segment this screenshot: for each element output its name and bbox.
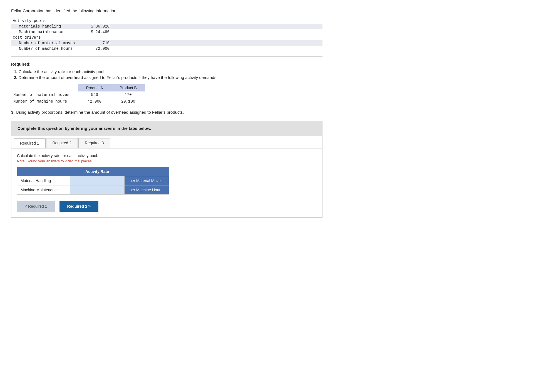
- machine-maintenance-label: Machine Maintenance: [17, 185, 70, 195]
- intro-text: Fellar Corporation has identified the fo…: [11, 8, 322, 13]
- machine-maintenance-row: Machine maintenance $ 24,480: [11, 29, 322, 35]
- step-3: 3. Using activity proportions, determine…: [11, 110, 322, 115]
- prev-button[interactable]: < Required 1: [17, 201, 55, 212]
- machine-maintenance-per: per Machine Hour: [125, 185, 169, 195]
- cost-drivers-header: Cost drivers: [11, 35, 322, 40]
- divider-1: [11, 56, 322, 57]
- tab-bar: Required 1 Required 2 Required 3: [11, 136, 322, 148]
- material-handling-input-cell[interactable]: [70, 176, 125, 185]
- product-table: Product A Product B Number of material m…: [11, 84, 145, 105]
- required-label: Required:: [11, 62, 322, 66]
- complete-box: Complete this question by entering your …: [11, 121, 322, 136]
- activity-row-material-handling: Material Handling per Material Move: [17, 176, 169, 185]
- machine-hours-row: Number of machine hours 72,000: [11, 46, 322, 51]
- material-handling-per: per Material Move: [125, 176, 169, 185]
- buttons-row: < Required 1 Required 2 >: [17, 201, 317, 212]
- step-1: 1. Calculate the activity rate for each …: [14, 69, 322, 74]
- step-2: 2. Determine the amount of overhead assi…: [14, 75, 322, 80]
- col-product-a: Product A: [78, 84, 111, 91]
- tab-required-2[interactable]: Required 2: [46, 138, 78, 148]
- machine-maintenance-input[interactable]: [73, 188, 121, 192]
- tab-content-note: Note: Round your answers to 2 decimal pl…: [17, 159, 317, 163]
- col-product-b: Product B: [111, 84, 145, 91]
- activity-row-machine-maintenance: Machine Maintenance per Machine Hour: [17, 185, 169, 195]
- tab-content-title: Calculate the activity rate for each act…: [17, 153, 317, 158]
- materials-handling-row: Materials handling $ 36,920: [11, 24, 322, 29]
- activity-pools-header: Activity pools: [11, 18, 322, 24]
- steps-list: 1. Calculate the activity rate for each …: [11, 69, 322, 80]
- tabs-container: Required 1 Required 2 Required 3 Calcula…: [11, 136, 322, 218]
- product-row-2: Number of machine hours 42,900 29,100: [11, 98, 145, 105]
- tab-required-1[interactable]: Required 1: [14, 138, 46, 148]
- machine-maintenance-input-cell[interactable]: [70, 185, 125, 195]
- activity-rate-header: Activity Rate: [70, 167, 125, 176]
- product-row-1: Number of material moves 540 170: [11, 91, 145, 98]
- material-handling-label: Material Handling: [17, 176, 70, 185]
- tab-required-3[interactable]: Required 3: [78, 138, 110, 148]
- product-table-wrap: Product A Product B Number of material m…: [11, 84, 322, 105]
- material-moves-row: Number of material moves 710: [11, 40, 322, 46]
- material-handling-input[interactable]: [73, 178, 121, 183]
- activity-rate-table: Activity Rate Material Handling per Mate…: [17, 167, 169, 195]
- tab-content-required-1: Calculate the activity rate for each act…: [11, 148, 322, 217]
- next-button[interactable]: Required 2 >: [59, 201, 98, 212]
- data-section: Activity pools Materials handling $ 36,9…: [11, 18, 322, 51]
